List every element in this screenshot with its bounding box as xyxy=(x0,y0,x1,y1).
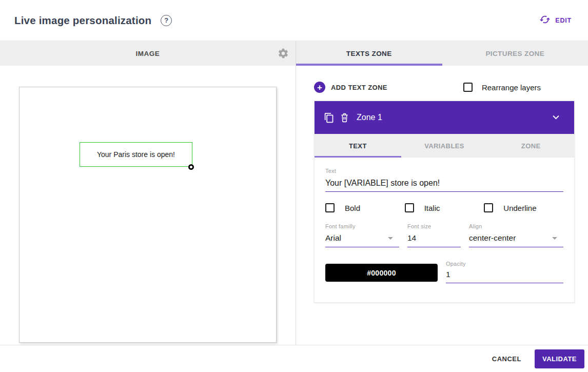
opacity-field: Opacity 1 xyxy=(446,261,563,283)
tab-zone[interactable]: ZONE xyxy=(487,134,574,158)
zone-card: Zone 1 TEXT VARIABLES ZONE xyxy=(314,101,575,303)
chevron-down-icon[interactable] xyxy=(551,112,562,123)
canvas-text: Your Paris store is open! xyxy=(97,150,175,159)
align-value: center-center xyxy=(469,233,516,243)
rearrange-layers-label: Rearrange layers xyxy=(482,83,541,92)
tab-texts-zone[interactable]: TEXTS ZONE xyxy=(296,41,442,66)
font-size-input[interactable]: 14 xyxy=(407,233,461,247)
font-family-value: Arial xyxy=(325,233,341,243)
zones-tabs: TEXTS ZONE PICTURES ZONE xyxy=(296,41,588,66)
zone-inner-tabs: TEXT VARIABLES ZONE xyxy=(315,134,574,158)
main: IMAGE Your Paris store is open! TEXTS ZO… xyxy=(0,41,588,345)
validate-button[interactable]: VALIDATE xyxy=(535,349,584,368)
dropdown-caret-icon xyxy=(388,237,393,240)
zones-panel-body: + ADD TEXT ZONE Rearrange layers xyxy=(296,66,588,345)
font-size-value: 14 xyxy=(407,233,416,243)
color-swatch-button[interactable]: #000000 xyxy=(325,264,438,282)
align-label: Align xyxy=(469,223,563,229)
text-field-label: Text xyxy=(325,168,563,174)
duplicate-zone-icon[interactable] xyxy=(324,112,335,123)
canvas-text-zone[interactable]: Your Paris store is open! xyxy=(80,142,192,167)
font-family-label: Font familly xyxy=(325,223,399,229)
add-row: + ADD TEXT ZONE Rearrange layers xyxy=(314,77,575,97)
italic-label: Italic xyxy=(424,204,440,212)
color-opacity-row: #000000 Opacity 1 xyxy=(325,264,563,283)
help-glyph: ? xyxy=(164,16,168,24)
zone-content: Text Your [VARIABLE] store is open! Bold… xyxy=(315,158,574,302)
opacity-input[interactable]: 1 xyxy=(446,270,563,283)
bold-label: Bold xyxy=(345,204,360,212)
add-text-zone-button[interactable]: ADD TEXT ZONE xyxy=(331,84,387,91)
edit-button[interactable]: EDIT xyxy=(535,11,576,30)
add-icon[interactable]: + xyxy=(314,82,325,93)
help-icon[interactable]: ? xyxy=(161,15,172,26)
tab-texts-zone-label: TEXTS ZONE xyxy=(346,50,392,57)
zone-title: Zone 1 xyxy=(357,113,382,122)
edit-label: EDIT xyxy=(555,17,572,24)
tab-text-label: TEXT xyxy=(349,142,367,150)
page-title: Live image personalization xyxy=(14,14,151,27)
image-canvas[interactable]: Your Paris store is open! xyxy=(19,87,277,343)
underline-label: Underline xyxy=(503,204,536,212)
header: Live image personalization ? EDIT xyxy=(0,0,588,41)
opacity-label: Opacity xyxy=(446,261,563,267)
tab-variables-label: VARIABLES xyxy=(424,142,464,150)
cancel-button[interactable]: CANCEL xyxy=(483,350,531,368)
font-settings-row: Font familly Arial Font size 14 xyxy=(325,223,563,247)
bold-checkbox[interactable] xyxy=(325,203,335,212)
font-family-field: Font familly Arial xyxy=(325,223,399,247)
underline-checkbox-control[interactable]: Underline xyxy=(484,203,563,212)
tab-zone-label: ZONE xyxy=(521,142,541,150)
text-field: Text Your [VARIABLE] store is open! xyxy=(325,168,563,192)
style-checkboxes-row: Bold Italic Underline xyxy=(325,203,563,212)
image-panel-header: IMAGE xyxy=(0,41,296,66)
italic-checkbox-control[interactable]: Italic xyxy=(405,203,484,212)
gear-icon[interactable] xyxy=(278,48,289,59)
plus-glyph: + xyxy=(317,83,322,92)
sync-icon xyxy=(539,14,551,27)
tab-variables[interactable]: VARIABLES xyxy=(401,134,488,158)
resize-handle[interactable] xyxy=(188,164,194,170)
delete-zone-icon[interactable] xyxy=(339,112,350,123)
align-field: Align center-center xyxy=(469,223,563,247)
image-panel-title: IMAGE xyxy=(136,50,160,57)
bold-checkbox-control[interactable]: Bold xyxy=(325,203,405,212)
font-size-field: Font size 14 xyxy=(407,223,461,247)
live-image-personalization-app: Live image personalization ? EDIT IMAGE xyxy=(0,0,588,372)
tab-pictures-zone-label: PICTURES ZONE xyxy=(485,50,544,57)
canvas-area: Your Paris store is open! xyxy=(0,66,296,345)
tab-pictures-zone[interactable]: PICTURES ZONE xyxy=(442,41,588,66)
rearrange-layers-checkbox[interactable] xyxy=(463,83,473,92)
font-size-label: Font size xyxy=(407,223,461,229)
align-select[interactable]: center-center xyxy=(469,233,563,247)
rearrange-layers-control: Rearrange layers xyxy=(463,83,541,92)
text-field-input[interactable]: Your [VARIABLE] store is open! xyxy=(325,179,563,192)
zone-header-bar[interactable]: Zone 1 xyxy=(315,101,574,134)
image-panel: IMAGE Your Paris store is open! xyxy=(0,41,296,345)
font-family-select[interactable]: Arial xyxy=(325,233,399,247)
footer-actions: CANCEL VALIDATE xyxy=(0,345,588,372)
tab-text[interactable]: TEXT xyxy=(315,134,401,158)
dropdown-caret-icon xyxy=(552,237,557,240)
zones-panel: TEXTS ZONE PICTURES ZONE + ADD TEXT ZONE… xyxy=(296,41,588,345)
italic-checkbox[interactable] xyxy=(405,203,414,212)
underline-checkbox[interactable] xyxy=(484,203,493,212)
